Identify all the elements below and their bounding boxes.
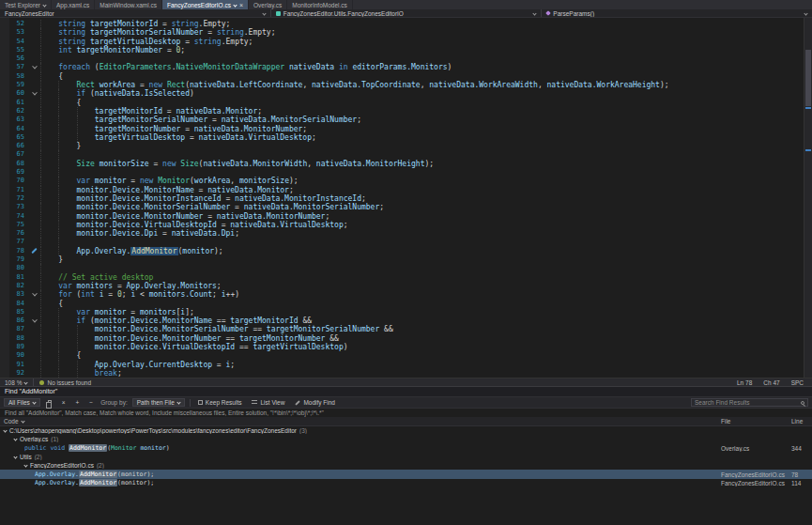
result-line: 114: [791, 480, 812, 486]
code-line-52[interactable]: 52string targetMonitorId = string.Empty;: [0, 20, 804, 28]
code-text: {: [40, 99, 804, 107]
glyph-margin: [28, 72, 40, 81]
scope-dropdown[interactable]: All Files: [4, 398, 40, 407]
line-number: 75: [0, 221, 28, 229]
code-line-90[interactable]: 90{: [0, 351, 804, 360]
code-line-84[interactable]: 84{: [0, 300, 804, 308]
code-line-71[interactable]: 71monitor.Device.MonitorName = nativeDat…: [0, 186, 804, 194]
result-row[interactable]: public void AddMonitor(Monitor monitor)O…: [0, 444, 812, 453]
code-line-75[interactable]: 75monitor.Device.VirtualDesktopId = nati…: [0, 221, 804, 229]
result-row[interactable]: App.Overlay.AddMonitor(monitor);FancyZon…: [0, 479, 812, 487]
code-line-80[interactable]: 80: [0, 264, 804, 272]
whitespace-indicator[interactable]: SPC: [791, 379, 804, 386]
keep-results-button[interactable]: Keep Results: [195, 398, 245, 407]
line-number: 54: [0, 38, 28, 46]
code-line-66[interactable]: 66}: [0, 142, 804, 150]
fold-chevron-icon[interactable]: [28, 89, 40, 98]
code-line-58[interactable]: 58{: [0, 72, 804, 81]
code-line-63[interactable]: 63targetMonitorSerialNumber = nativeData…: [0, 116, 804, 124]
result-group-row[interactable]: C:\Users\zhaopengwang\Desktop\powertoys\…: [0, 426, 812, 435]
code-text: for (int i = 0; i < monitors.Count; i++): [40, 290, 804, 299]
code-line-76[interactable]: 76monitor.Device.Dpi = nativeData.Dpi;: [0, 229, 804, 238]
code-line-88[interactable]: 88monitor.Device.MonitorNumber == target…: [0, 334, 804, 343]
result-group-row[interactable]: Overlay.cs (1): [0, 435, 812, 443]
code-line-60[interactable]: 60if (nativeData.IsSelected): [0, 89, 804, 98]
expander-icon[interactable]: [3, 429, 7, 433]
code-line-68[interactable]: 68Size monitorSize = new Size(nativeData…: [0, 160, 804, 168]
glyph-margin: [28, 325, 40, 333]
chevron-down-icon[interactable]: [233, 3, 237, 7]
result-file: Overlay.cs: [721, 445, 791, 452]
code-line-54[interactable]: 54string targetVirtualDesktop = string.E…: [0, 38, 804, 46]
glyph-margin: [28, 38, 40, 46]
code-line-92[interactable]: 92break;: [0, 369, 804, 378]
code-line-64[interactable]: 64targetMonitorNumber = nativeData.Monit…: [0, 125, 804, 133]
fold-chevron-icon[interactable]: [28, 317, 40, 325]
member-dropdown[interactable]: ParseParams(): [542, 9, 812, 17]
line-number: 72: [0, 194, 28, 203]
result-group-row[interactable]: Utils (2): [0, 453, 812, 461]
expand-all-icon[interactable]: +: [73, 398, 83, 407]
fold-chevron-icon[interactable]: [28, 290, 40, 299]
code-line-69[interactable]: 69: [0, 168, 804, 177]
expander-icon[interactable]: [13, 455, 17, 458]
code-line-78[interactable]: 78App.Overlay.AddMonitor(monitor);: [0, 247, 804, 255]
code-line-74[interactable]: 74monitor.Device.MonitorNumber = nativeD…: [0, 212, 804, 221]
list-view-button[interactable]: List View: [249, 398, 287, 407]
tab-fancyzoneseditorio-cs[interactable]: FancyZonesEditorIO.cs×: [162, 0, 249, 9]
collapse-all-icon[interactable]: −: [86, 398, 96, 407]
chevron-down-icon[interactable]: [42, 3, 46, 7]
tab-monitorinfomodel-cs[interactable]: MonitorInfoModel.cs: [287, 0, 353, 9]
result-row[interactable]: App.Overlay.AddMonitor(monitor);FancyZon…: [0, 470, 812, 478]
column-header-file[interactable]: File: [721, 418, 791, 425]
navigation-bar: FancyZonesEditor FancyZonesEditor.Utils.…: [0, 9, 812, 18]
code-line-65[interactable]: 65targetVirtualDesktop = nativeData.Virt…: [0, 133, 804, 142]
clear-results-icon[interactable]: ×: [59, 398, 69, 407]
expander-icon[interactable]: [13, 438, 17, 441]
code-line-91[interactable]: 91App.Overlay.CurrentDesktop = i;: [0, 361, 804, 369]
editor-vertical-scrollbar[interactable]: [804, 18, 812, 378]
code-line-89[interactable]: 89monitor.Device.VirtualDesktopId == tar…: [0, 343, 804, 351]
modify-find-button[interactable]: Modify Find: [292, 398, 338, 407]
code-line-73[interactable]: 73monitor.Device.MonitorSerialNumber = n…: [0, 203, 804, 211]
zoom-control[interactable]: 108 %: [5, 379, 27, 386]
code-editor[interactable]: 52string targetMonitorId = string.Empty;…: [0, 18, 812, 378]
code-line-67[interactable]: 67: [0, 150, 804, 159]
tab-app-xaml-cs[interactable]: App.xaml.cs: [52, 0, 95, 9]
copy-icon[interactable]: [45, 398, 54, 407]
code-line-85[interactable]: 85var monitor = monitors[i];: [0, 308, 804, 317]
code-line-53[interactable]: 53string targetMonitorSerialNumber = str…: [0, 28, 804, 37]
tab-overlay-cs[interactable]: Overlay.cs: [249, 0, 287, 9]
code-line-82[interactable]: 82var monitors = App.Overlay.Monitors;: [0, 282, 804, 290]
code-line-61[interactable]: 61{: [0, 99, 804, 107]
code-line-79[interactable]: 79}: [0, 255, 804, 264]
code-line-86[interactable]: 86if (monitor.Device.MonitorName == targ…: [0, 317, 804, 325]
project-dropdown[interactable]: FancyZonesEditor: [0, 9, 271, 17]
column-header-code[interactable]: Code: [0, 418, 721, 425]
tab-test-explorer[interactable]: Test Explorer: [0, 0, 52, 9]
code-line-56[interactable]: 56: [0, 54, 804, 63]
close-icon[interactable]: ×: [239, 2, 243, 8]
group-by-dropdown[interactable]: Path then File: [132, 398, 185, 407]
scrollbar-thumb[interactable]: [805, 50, 811, 106]
code-text: monitor.Device.VirtualDesktopId = native…: [40, 221, 804, 229]
code-line-72[interactable]: 72monitor.Device.MonitorInstanceId = nat…: [0, 194, 804, 203]
code-line-81[interactable]: 81// Set active desktop: [0, 273, 804, 282]
fold-chevron-icon[interactable]: [28, 63, 40, 71]
code-line-77[interactable]: 77: [0, 238, 804, 246]
code-line-62[interactable]: 62targetMonitorId = nativeData.Monitor;: [0, 107, 804, 116]
result-group-row[interactable]: FancyZonesEditorIO.cs (2): [0, 461, 812, 470]
tab-mainwindow-xaml-cs[interactable]: MainWindow.xaml.cs: [95, 0, 162, 9]
code-line-70[interactable]: 70var monitor = new Monitor(workArea, mo…: [0, 177, 804, 185]
code-line-59[interactable]: 59Rect workArea = new Rect(nativeData.Le…: [0, 81, 804, 89]
expander-icon[interactable]: [23, 464, 27, 468]
code-line-57[interactable]: 57foreach (EditorParameters.NativeMonito…: [0, 63, 804, 71]
document-health-indicator[interactable]: No issues found: [39, 379, 91, 386]
code-line-87[interactable]: 87monitor.Device.MonitorSerialNumber == …: [0, 325, 804, 333]
code-line-83[interactable]: 83for (int i = 0; i < monitors.Count; i+…: [0, 290, 804, 299]
code-line-55[interactable]: 55int targetMonitorNumber = 0;: [0, 46, 804, 54]
column-header-line[interactable]: Line: [791, 418, 812, 425]
search-find-results-box[interactable]: [691, 398, 808, 407]
type-dropdown[interactable]: FancyZonesEditor.Utils.FancyZonesEditorI…: [271, 9, 543, 17]
search-input[interactable]: [695, 399, 798, 406]
